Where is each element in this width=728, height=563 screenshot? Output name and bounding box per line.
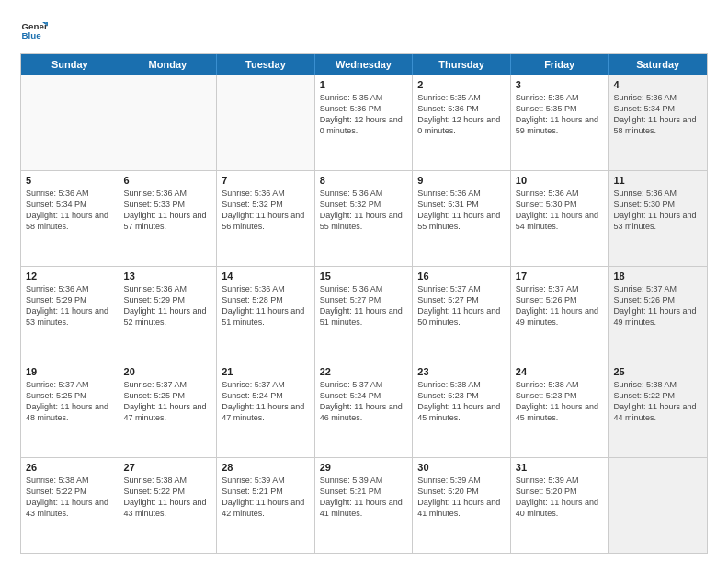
cell-info: Sunrise: 5:36 AMSunset: 5:33 PMDaylight:…: [124, 188, 212, 233]
calendar-body: 1Sunrise: 5:35 AMSunset: 5:36 PMDaylight…: [21, 75, 707, 553]
day-number: 19: [26, 366, 114, 377]
calendar-day-23: 23Sunrise: 5:38 AMSunset: 5:23 PMDayligh…: [413, 362, 511, 457]
weekday-header-tuesday: Tuesday: [217, 54, 315, 75]
calendar-day-6: 6Sunrise: 5:36 AMSunset: 5:33 PMDaylight…: [119, 171, 218, 266]
weekday-header-thursday: Thursday: [413, 54, 511, 75]
calendar-day-9: 9Sunrise: 5:36 AMSunset: 5:31 PMDaylight…: [413, 171, 511, 266]
calendar-day-25: 25Sunrise: 5:38 AMSunset: 5:22 PMDayligh…: [609, 362, 707, 457]
svg-text:Blue: Blue: [22, 30, 42, 40]
calendar-day-3: 3Sunrise: 5:35 AMSunset: 5:35 PMDaylight…: [511, 75, 609, 170]
day-number: 5: [26, 175, 114, 186]
calendar-day-21: 21Sunrise: 5:37 AMSunset: 5:24 PMDayligh…: [217, 362, 315, 457]
calendar-day-4: 4Sunrise: 5:36 AMSunset: 5:34 PMDaylight…: [609, 75, 707, 170]
calendar-day-11: 11Sunrise: 5:36 AMSunset: 5:30 PMDayligh…: [609, 171, 707, 266]
cell-info: Sunrise: 5:36 AMSunset: 5:30 PMDaylight:…: [516, 188, 604, 233]
cell-info: Sunrise: 5:36 AMSunset: 5:28 PMDaylight:…: [222, 283, 310, 328]
weekday-header-friday: Friday: [511, 54, 609, 75]
logo: General Blue: [20, 17, 48, 44]
calendar-day-20: 20Sunrise: 5:37 AMSunset: 5:25 PMDayligh…: [119, 362, 218, 457]
calendar-empty-cell: [21, 75, 119, 170]
cell-info: Sunrise: 5:36 AMSunset: 5:34 PMDaylight:…: [26, 188, 114, 233]
cell-info: Sunrise: 5:36 AMSunset: 5:34 PMDaylight:…: [613, 92, 702, 137]
weekday-header-saturday: Saturday: [609, 54, 707, 75]
day-number: 17: [516, 270, 604, 282]
cell-info: Sunrise: 5:38 AMSunset: 5:23 PMDaylight:…: [516, 379, 604, 424]
cell-info: Sunrise: 5:36 AMSunset: 5:29 PMDaylight:…: [124, 283, 212, 328]
calendar-day-17: 17Sunrise: 5:37 AMSunset: 5:26 PMDayligh…: [511, 267, 609, 362]
calendar-day-31: 31Sunrise: 5:39 AMSunset: 5:20 PMDayligh…: [511, 458, 609, 553]
cell-info: Sunrise: 5:37 AMSunset: 5:26 PMDaylight:…: [613, 283, 702, 328]
cell-info: Sunrise: 5:35 AMSunset: 5:36 PMDaylight:…: [417, 92, 506, 137]
calendar-day-10: 10Sunrise: 5:36 AMSunset: 5:30 PMDayligh…: [511, 171, 609, 266]
calendar-day-26: 26Sunrise: 5:38 AMSunset: 5:22 PMDayligh…: [21, 458, 119, 553]
cell-info: Sunrise: 5:36 AMSunset: 5:30 PMDaylight:…: [613, 188, 702, 233]
cell-info: Sunrise: 5:38 AMSunset: 5:22 PMDaylight:…: [124, 475, 212, 520]
cell-info: Sunrise: 5:39 AMSunset: 5:21 PMDaylight:…: [320, 475, 408, 520]
day-number: 23: [417, 366, 506, 377]
cell-info: Sunrise: 5:37 AMSunset: 5:24 PMDaylight:…: [222, 379, 310, 424]
day-number: 11: [613, 175, 702, 186]
page: General Blue SundayMondayTuesdayWednesda…: [0, 0, 728, 563]
calendar: SundayMondayTuesdayWednesdayThursdayFrid…: [20, 53, 708, 554]
day-number: 24: [516, 366, 604, 377]
cell-info: Sunrise: 5:36 AMSunset: 5:29 PMDaylight:…: [26, 283, 114, 328]
cell-info: Sunrise: 5:37 AMSunset: 5:26 PMDaylight:…: [516, 283, 604, 328]
calendar-day-19: 19Sunrise: 5:37 AMSunset: 5:25 PMDayligh…: [21, 362, 119, 457]
calendar-empty-cell: [119, 75, 218, 170]
calendar-day-14: 14Sunrise: 5:36 AMSunset: 5:28 PMDayligh…: [217, 267, 315, 362]
day-number: 15: [320, 270, 408, 282]
day-number: 30: [417, 462, 506, 473]
day-number: 4: [613, 79, 702, 90]
calendar-empty-cell: [609, 458, 707, 553]
calendar-day-15: 15Sunrise: 5:36 AMSunset: 5:27 PMDayligh…: [315, 267, 414, 362]
calendar-empty-cell: [217, 75, 315, 170]
day-number: 6: [124, 175, 212, 186]
day-number: 12: [26, 270, 114, 282]
calendar-row-0: 1Sunrise: 5:35 AMSunset: 5:36 PMDaylight…: [21, 75, 707, 170]
cell-info: Sunrise: 5:37 AMSunset: 5:27 PMDaylight:…: [417, 283, 506, 328]
day-number: 22: [320, 366, 408, 377]
cell-info: Sunrise: 5:35 AMSunset: 5:36 PMDaylight:…: [320, 92, 408, 137]
day-number: 1: [320, 79, 408, 90]
cell-info: Sunrise: 5:38 AMSunset: 5:22 PMDaylight:…: [613, 379, 702, 424]
calendar-day-1: 1Sunrise: 5:35 AMSunset: 5:36 PMDaylight…: [315, 75, 414, 170]
calendar-day-30: 30Sunrise: 5:39 AMSunset: 5:20 PMDayligh…: [413, 458, 511, 553]
weekday-header-sunday: Sunday: [21, 54, 119, 75]
day-number: 26: [26, 462, 114, 473]
day-number: 29: [320, 462, 408, 473]
cell-info: Sunrise: 5:36 AMSunset: 5:27 PMDaylight:…: [320, 283, 408, 328]
calendar-row-3: 19Sunrise: 5:37 AMSunset: 5:25 PMDayligh…: [21, 362, 707, 457]
day-number: 9: [417, 175, 506, 186]
day-number: 28: [222, 462, 310, 473]
calendar-row-2: 12Sunrise: 5:36 AMSunset: 5:29 PMDayligh…: [21, 266, 707, 362]
cell-info: Sunrise: 5:35 AMSunset: 5:35 PMDaylight:…: [516, 92, 604, 137]
day-number: 31: [516, 462, 604, 473]
day-number: 21: [222, 366, 310, 377]
day-number: 14: [222, 270, 310, 282]
calendar-day-24: 24Sunrise: 5:38 AMSunset: 5:23 PMDayligh…: [511, 362, 609, 457]
calendar-header: SundayMondayTuesdayWednesdayThursdayFrid…: [21, 54, 707, 75]
day-number: 18: [613, 270, 702, 282]
day-number: 7: [222, 175, 310, 186]
calendar-day-12: 12Sunrise: 5:36 AMSunset: 5:29 PMDayligh…: [21, 267, 119, 362]
calendar-day-22: 22Sunrise: 5:37 AMSunset: 5:24 PMDayligh…: [315, 362, 414, 457]
weekday-header-monday: Monday: [119, 54, 218, 75]
calendar-day-28: 28Sunrise: 5:39 AMSunset: 5:21 PMDayligh…: [217, 458, 315, 553]
calendar-day-8: 8Sunrise: 5:36 AMSunset: 5:32 PMDaylight…: [315, 171, 414, 266]
day-number: 3: [516, 79, 604, 90]
day-number: 27: [124, 462, 212, 473]
day-number: 16: [417, 270, 506, 282]
cell-info: Sunrise: 5:36 AMSunset: 5:32 PMDaylight:…: [222, 188, 310, 233]
calendar-day-27: 27Sunrise: 5:38 AMSunset: 5:22 PMDayligh…: [119, 458, 218, 553]
cell-info: Sunrise: 5:38 AMSunset: 5:23 PMDaylight:…: [417, 379, 506, 424]
day-number: 20: [124, 366, 212, 377]
cell-info: Sunrise: 5:36 AMSunset: 5:32 PMDaylight:…: [320, 188, 408, 233]
logo-icon: General Blue: [20, 17, 48, 44]
calendar-day-2: 2Sunrise: 5:35 AMSunset: 5:36 PMDaylight…: [413, 75, 511, 170]
cell-info: Sunrise: 5:39 AMSunset: 5:20 PMDaylight:…: [417, 475, 506, 520]
calendar-day-18: 18Sunrise: 5:37 AMSunset: 5:26 PMDayligh…: [609, 267, 707, 362]
day-number: 25: [613, 366, 702, 377]
cell-info: Sunrise: 5:39 AMSunset: 5:20 PMDaylight:…: [516, 475, 604, 520]
calendar-day-16: 16Sunrise: 5:37 AMSunset: 5:27 PMDayligh…: [413, 267, 511, 362]
calendar-day-7: 7Sunrise: 5:36 AMSunset: 5:32 PMDaylight…: [217, 171, 315, 266]
